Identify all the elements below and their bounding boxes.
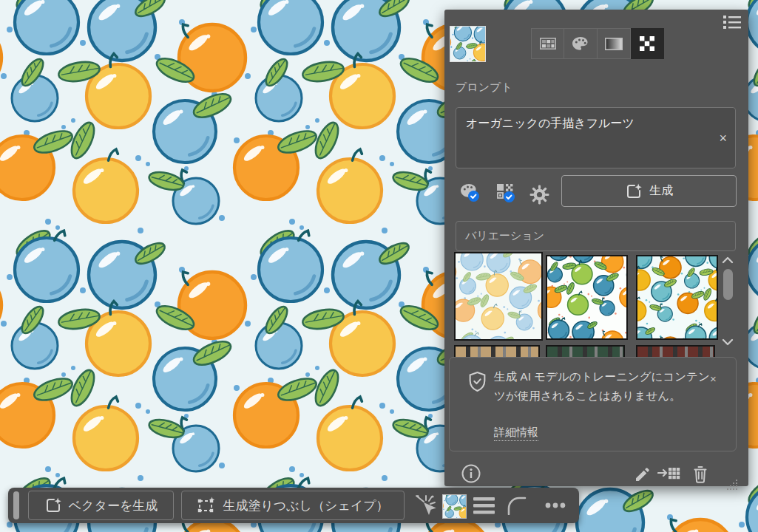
tab-pattern[interactable] xyxy=(631,28,664,59)
pattern-reference-icon[interactable] xyxy=(493,183,518,208)
variation-thumbnail-2[interactable] xyxy=(546,255,628,340)
tab-gradient[interactable] xyxy=(598,28,631,59)
variations-label: バリエーション xyxy=(465,229,544,243)
pattern-swatch-mini[interactable] xyxy=(442,494,467,519)
generate-sparkle-icon xyxy=(625,183,643,200)
scroll-down-icon[interactable] xyxy=(722,338,734,347)
swatch-type-tabs xyxy=(531,28,666,59)
variation-thumbnail-1-selected[interactable] xyxy=(454,252,543,341)
variation-thumbnail-4[interactable] xyxy=(454,345,540,358)
wand-cursor-icon[interactable] xyxy=(413,494,437,516)
generative-fill-shape-button[interactable]: 生成塗りつぶし（シェイプ） xyxy=(181,491,405,520)
panel-menu-icon[interactable] xyxy=(723,15,741,30)
ai-training-notice: 生成 AI モデルのトレーニングにコンテンツが使用されることはありません。 詳細… xyxy=(449,357,737,451)
generative-pattern-panel: プロンプト オーガニックの手描きフルーツ × xyxy=(444,10,748,486)
prompt-label: プロンプト xyxy=(456,81,512,95)
taskbar-drag-handle[interactable] xyxy=(13,491,19,519)
swatches-icon xyxy=(540,38,556,50)
notice-text: 生成 AI モデルのトレーニングにコンテンツが使用されることはありません。 xyxy=(494,367,711,406)
info-icon[interactable] xyxy=(461,464,481,483)
scroll-up-icon[interactable] xyxy=(722,256,734,265)
variations-header: バリエーション xyxy=(456,221,736,251)
style-reference-icon[interactable] xyxy=(458,183,484,208)
add-to-swatches-icon[interactable] xyxy=(657,464,681,483)
prompt-clear-icon[interactable]: × xyxy=(719,132,727,145)
shield-check-icon xyxy=(468,372,487,392)
edit-pencil-icon[interactable] xyxy=(634,466,652,483)
prompt-value: オーガニックの手描きフルーツ xyxy=(466,115,705,132)
current-pattern-swatch[interactable] xyxy=(450,26,486,62)
variation-thumbnail-6[interactable] xyxy=(636,345,715,358)
tab-color-palette[interactable] xyxy=(564,28,598,59)
notice-more-info-link[interactable]: 詳細情報 xyxy=(494,426,538,441)
generative-fill-label: 生成塗りつぶし（シェイプ） xyxy=(223,497,388,514)
more-options-icon[interactable] xyxy=(544,502,566,509)
variation-thumbnail-3[interactable] xyxy=(636,255,718,340)
settings-gear-icon[interactable] xyxy=(529,185,549,205)
generate-vector-button[interactable]: ベクターを生成 xyxy=(28,491,174,520)
corner-arc-icon[interactable] xyxy=(507,497,527,515)
prompt-input[interactable]: オーガニックの手描きフルーツ × xyxy=(456,107,736,168)
generate-button-label: 生成 xyxy=(649,183,673,199)
gradient-icon xyxy=(605,38,623,50)
generate-vector-label: ベクターを生成 xyxy=(69,497,158,514)
variation-thumbnail-5[interactable] xyxy=(546,345,625,358)
generate-sparkle-icon xyxy=(44,497,62,514)
properties-list-icon[interactable] xyxy=(473,497,495,514)
panel-resize-grip[interactable] xyxy=(727,480,739,491)
pattern-icon xyxy=(639,35,655,52)
scrollbar-thumb[interactable] xyxy=(723,269,733,300)
notice-close-icon[interactable]: × xyxy=(710,372,717,385)
generate-button[interactable]: 生成 xyxy=(561,175,737,207)
contextual-task-bar: ベクターを生成 生成塗りつぶし（シェイプ） xyxy=(8,488,579,523)
tab-swatches[interactable] xyxy=(531,28,564,59)
delete-trash-icon[interactable] xyxy=(691,464,709,483)
generative-fill-icon xyxy=(197,497,216,514)
color-palette-icon xyxy=(572,36,589,51)
